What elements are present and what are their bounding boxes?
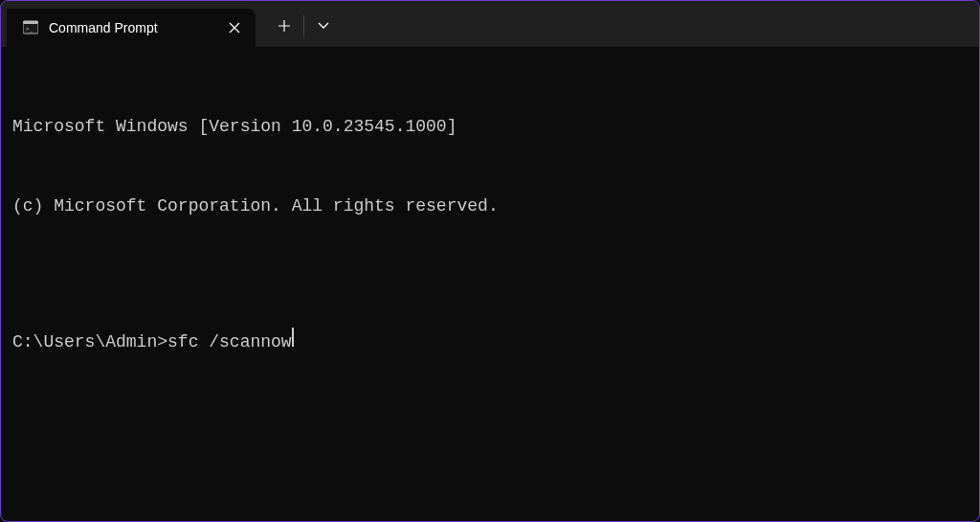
close-icon [229, 22, 240, 34]
titlebar: >_ Command Prompt [1, 1, 979, 47]
terminal-command: sfc /scannow [167, 329, 292, 356]
terminal-output-line: (c) Microsoft Corporation. All rights re… [12, 193, 968, 220]
tab-close-button[interactable] [221, 14, 248, 41]
terminal-prompt-line: C:\Users\Admin>sfc /scannow [12, 328, 968, 356]
chevron-down-icon [318, 22, 329, 30]
tab-command-prompt[interactable]: >_ Command Prompt [7, 9, 256, 47]
terminal-prompt: C:\Users\Admin> [12, 329, 167, 356]
new-tab-button[interactable] [265, 7, 303, 45]
cmd-icon: >_ [22, 19, 39, 36]
tab-title: Command Prompt [49, 20, 202, 35]
titlebar-actions [265, 5, 343, 47]
plus-icon [278, 20, 290, 32]
tab-dropdown-button[interactable] [304, 7, 343, 45]
svg-text:>_: >_ [26, 25, 33, 33]
terminal-output-line: Microsoft Windows [Version 10.0.23545.10… [12, 114, 968, 141]
terminal-cursor [292, 328, 294, 347]
svg-rect-1 [23, 21, 38, 24]
terminal-content[interactable]: Microsoft Windows [Version 10.0.23545.10… [1, 47, 979, 397]
